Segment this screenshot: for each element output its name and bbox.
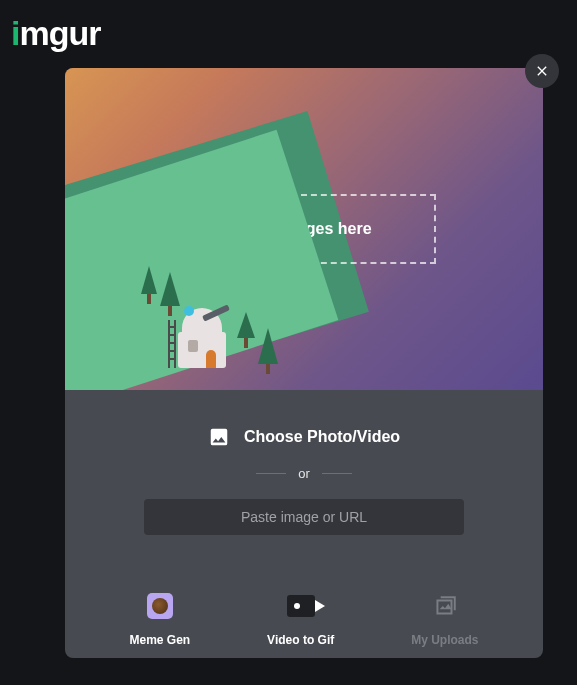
upload-modal: Drop images here Choose Photo/Video or M… xyxy=(65,68,543,658)
hero-illustration xyxy=(141,266,157,304)
or-label: or xyxy=(298,466,310,481)
image-icon xyxy=(208,426,230,448)
tool-meme-gen[interactable]: Meme Gen xyxy=(129,591,190,647)
tool-label: Meme Gen xyxy=(129,633,190,647)
upload-hero: Drop images here xyxy=(65,68,543,390)
close-button[interactable] xyxy=(525,54,559,88)
hero-illustration xyxy=(237,312,255,348)
tool-my-uploads[interactable]: My Uploads xyxy=(411,591,478,647)
tool-label: Video to Gif xyxy=(267,633,334,647)
uploads-icon xyxy=(429,591,461,621)
choose-file-label: Choose Photo/Video xyxy=(244,428,400,446)
video-icon xyxy=(287,595,315,617)
choose-file-button[interactable]: Choose Photo/Video xyxy=(65,426,543,448)
or-divider: or xyxy=(65,466,543,481)
brand-logo[interactable]: imgur xyxy=(11,14,100,53)
tool-label: My Uploads xyxy=(411,633,478,647)
hero-illustration xyxy=(258,328,278,374)
tool-video-to-gif[interactable]: Video to Gif xyxy=(267,591,334,647)
paste-url-input[interactable] xyxy=(144,499,464,535)
meme-icon xyxy=(147,593,173,619)
hero-illustration xyxy=(178,332,226,368)
hero-illustration xyxy=(160,272,180,316)
tools-row: Meme Gen Video to Gif My Uploads xyxy=(65,591,543,647)
close-icon xyxy=(534,63,550,79)
